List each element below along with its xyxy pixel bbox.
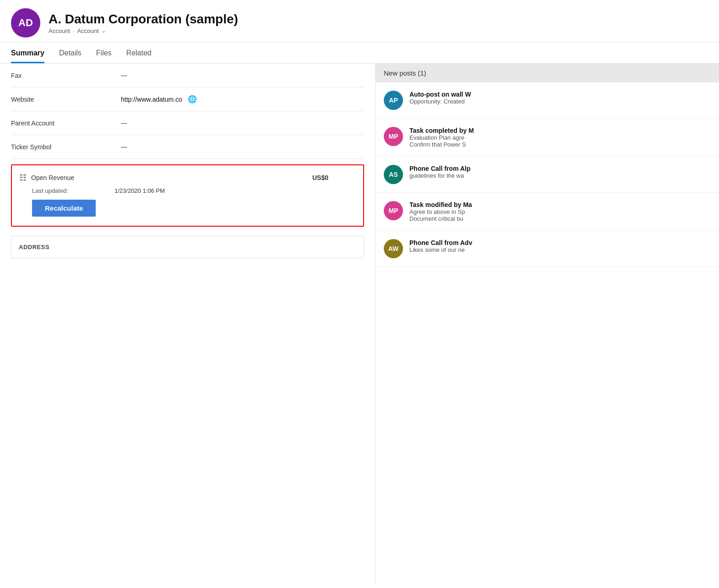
right-panel: New posts (1) AP Auto-post on wall W Opp… (376, 64, 719, 585)
parent-account-row: Parent Account --- (11, 111, 364, 135)
activity-sub-3: Agree to above in Sp (409, 208, 711, 215)
activity-content-2: Phone Call from Alp guidelines for the w… (409, 165, 711, 179)
open-revenue-row: ☷ Open Revenue US$0 (19, 173, 356, 183)
tab-summary[interactable]: Summary (11, 43, 44, 63)
page-title: A. Datum Corporation (sample) (49, 12, 238, 27)
activity-item-0[interactable]: AP Auto-post on wall W Opportunity: Crea… (376, 82, 719, 119)
activity-avatar-0: AP (384, 91, 403, 110)
fax-row: Fax --- (11, 64, 364, 87)
breadcrumb-sep: · (73, 27, 75, 34)
header-text: A. Datum Corporation (sample) Account · … (49, 12, 238, 34)
parent-account-label: Parent Account (11, 120, 121, 127)
globe-icon: 🌐 (188, 95, 197, 103)
activity-item-2[interactable]: AS Phone Call from Alp guidelines for th… (376, 157, 719, 193)
fax-label: Fax (11, 72, 121, 79)
activity-title-2: Phone Call from Alp (409, 165, 711, 172)
website-value[interactable]: http://www.adatum.co 🌐 (121, 95, 364, 103)
last-updated-label: Last updated: (32, 187, 114, 194)
activity-item-1[interactable]: MP Task completed by M Evaluation Plan a… (376, 119, 719, 157)
address-section: ADDRESS (11, 236, 364, 258)
website-row: Website http://www.adatum.co 🌐 (11, 87, 364, 111)
activity-content-3: Task modified by Ma Agree to above in Sp… (409, 201, 711, 222)
activity-avatar-3: MP (384, 201, 403, 220)
activity-sub-2: guidelines for the wa (409, 172, 711, 179)
activity-item-3[interactable]: MP Task modified by Ma Agree to above in… (376, 193, 719, 231)
tab-bar: Summary Details Files Related (0, 43, 719, 64)
breadcrumb: Account · Account ⌄ (49, 27, 238, 34)
field-section: Fax --- Website http://www.adatum.co 🌐 P… (0, 64, 375, 159)
activity-sub2-3: Document critical bu (409, 215, 711, 222)
activity-avatar-4: AW (384, 239, 403, 258)
tab-files[interactable]: Files (96, 43, 112, 63)
activity-content-0: Auto-post on wall W Opportunity: Created (409, 91, 711, 105)
main-layout: Fax --- Website http://www.adatum.co 🌐 P… (0, 64, 719, 585)
recalculate-button[interactable]: Recalculate (32, 200, 96, 217)
breadcrumb-account[interactable]: Account (49, 27, 70, 34)
page-header: AD A. Datum Corporation (sample) Account… (0, 0, 719, 43)
tab-related[interactable]: Related (126, 43, 152, 63)
chevron-down-icon[interactable]: ⌄ (102, 28, 106, 34)
last-updated-value: 1/23/2020 1:06 PM (114, 187, 165, 194)
activity-title-0: Auto-post on wall W (409, 91, 711, 98)
open-revenue-box: ☷ Open Revenue US$0 Last updated: 1/23/2… (11, 164, 364, 227)
activity-avatar-1: MP (384, 127, 403, 146)
activity-title-3: Task modified by Ma (409, 201, 711, 208)
new-posts-header: New posts (1) (376, 64, 719, 82)
parent-account-value: --- (121, 120, 364, 127)
left-panel: Fax --- Website http://www.adatum.co 🌐 P… (0, 64, 376, 585)
last-updated-row: Last updated: 1/23/2020 1:06 PM (19, 187, 356, 194)
calculator-icon: ☷ (19, 173, 27, 183)
address-title: ADDRESS (19, 244, 356, 250)
fax-value: --- (121, 72, 364, 79)
activity-list: AP Auto-post on wall W Opportunity: Crea… (376, 82, 719, 267)
open-revenue-label: Open Revenue (31, 174, 74, 181)
tab-details[interactable]: Details (59, 43, 82, 63)
ticker-symbol-label: Ticker Symbol (11, 143, 121, 151)
activity-content-1: Task completed by M Evaluation Plan agre… (409, 127, 711, 148)
ticker-symbol-row: Ticker Symbol --- (11, 135, 364, 159)
breadcrumb-account2[interactable]: Account (77, 27, 99, 34)
activity-title-4: Phone Call from Adv (409, 239, 711, 246)
website-label: Website (11, 96, 121, 103)
ticker-symbol-value: --- (121, 143, 364, 151)
activity-avatar-2: AS (384, 165, 403, 184)
account-avatar: AD (11, 8, 40, 38)
activity-title-1: Task completed by M (409, 127, 711, 134)
activity-sub-4: Likes some of our ne (409, 246, 711, 253)
activity-content-4: Phone Call from Adv Likes some of our ne (409, 239, 711, 253)
activity-sub2-1: Confirm that Power S (409, 141, 711, 148)
activity-sub-0: Opportunity: Created (409, 98, 711, 105)
activity-item-4[interactable]: AW Phone Call from Adv Likes some of our… (376, 231, 719, 267)
activity-sub-1: Evaluation Plan agre (409, 134, 711, 141)
open-revenue-value: US$0 (312, 174, 356, 181)
